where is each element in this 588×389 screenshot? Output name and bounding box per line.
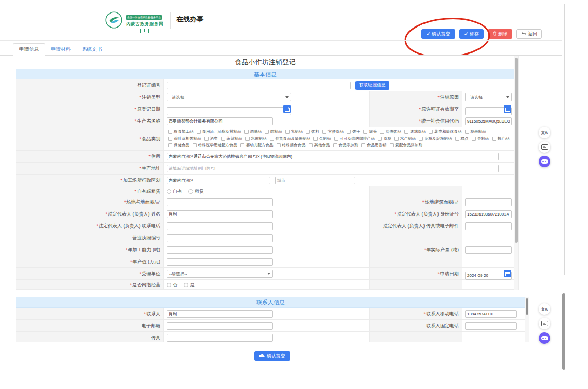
credit-code-input[interactable] (465, 117, 512, 125)
confirm-submit-button[interactable]: 确认提交 (421, 29, 455, 39)
checkbox-icon[interactable] (390, 143, 394, 147)
fetch-cert-button[interactable]: 获取证照信息 (355, 81, 389, 90)
page-scrollbar-track[interactable] (564, 4, 565, 275)
food-category-checkbox[interactable]: 饼干 (347, 129, 360, 135)
checkbox-icon[interactable] (197, 130, 201, 134)
food-category-checkbox[interactable]: 食品添加剂 (333, 143, 359, 148)
translate-icon[interactable]: 文A (539, 127, 550, 138)
delete-button[interactable]: 删除 (488, 29, 512, 39)
page-scrollbar-thumb[interactable] (562, 293, 565, 370)
legal-fax-input[interactable] (465, 222, 512, 230)
checkbox-icon[interactable] (472, 137, 476, 141)
checkbox-icon[interactable] (265, 130, 269, 134)
food-category-checkbox[interactable]: 食品用香精 (361, 143, 387, 148)
producer-name-input[interactable] (167, 117, 273, 125)
legal-phone-input[interactable] (167, 222, 273, 230)
contact-panel-scrollbar[interactable] (525, 297, 529, 342)
food-category-checkbox[interactable]: 水果制品 (245, 136, 267, 141)
rent-radio[interactable]: 租赁 (188, 188, 204, 195)
checkbox-icon[interactable] (322, 130, 326, 134)
food-category-checkbox[interactable]: 水产制品 (394, 136, 416, 141)
bottom-confirm-submit-button[interactable]: 确认提交 (254, 351, 290, 361)
checkbox-icon[interactable] (492, 137, 496, 141)
food-category-checkbox[interactable]: 糕点 (455, 136, 469, 141)
contact-landline-input[interactable] (465, 322, 517, 330)
radio-icon[interactable] (184, 283, 188, 287)
id-card-icon[interactable] (539, 141, 550, 153)
checkbox-icon[interactable] (394, 137, 399, 141)
checkbox-icon[interactable] (204, 137, 209, 141)
checkbox-icon[interactable] (333, 143, 337, 147)
tab-application-materials[interactable]: 申请材料 (45, 44, 76, 56)
checkbox-icon[interactable] (168, 130, 172, 134)
checkbox-icon[interactable] (245, 137, 250, 141)
region-city-input[interactable] (275, 177, 355, 184)
annual-output-input[interactable] (465, 246, 512, 254)
calendar-icon[interactable] (504, 105, 511, 113)
food-category-checkbox[interactable]: 酒类 (204, 136, 218, 141)
address-input[interactable] (167, 153, 499, 160)
food-category-checkbox[interactable]: 薯类和膨化食品 (429, 129, 462, 135)
checkbox-icon[interactable] (277, 143, 281, 147)
checkbox-icon[interactable] (285, 130, 290, 134)
contact-fax-input[interactable] (167, 334, 273, 342)
food-category-checkbox[interactable]: 速冻食品 (404, 129, 426, 135)
tab-system-documents[interactable]: 系统文书 (76, 44, 107, 56)
translate-icon[interactable]: 文A (539, 303, 550, 315)
food-category-checkbox[interactable]: 炒货食品及坚果制品 (270, 136, 311, 141)
orig-reg-date-input[interactable] (167, 107, 291, 115)
checkbox-icon[interactable] (240, 143, 244, 147)
checkbox-icon[interactable] (429, 130, 433, 134)
tab-application-info[interactable]: 申请信息 (13, 43, 45, 56)
basic-panel-scrollbar-thumb[interactable] (515, 58, 518, 243)
reg-no-input[interactable] (167, 82, 351, 89)
food-category-checkbox[interactable]: 食用油、油脂及其制品 (197, 129, 241, 135)
food-category-checkbox[interactable]: 饮料 (306, 129, 319, 135)
food-category-checkbox[interactable]: 罐头 (363, 129, 377, 135)
food-category-checkbox[interactable]: 粮食加工品 (168, 129, 194, 135)
business-license-input[interactable] (167, 234, 273, 242)
region-province-input[interactable] (167, 177, 270, 184)
contact-mobile-input[interactable] (465, 310, 517, 318)
chatbot-icon[interactable] (539, 156, 550, 167)
food-category-checkbox[interactable]: 蛋制品 (313, 136, 331, 141)
food-category-checkbox[interactable]: 冷冻饮品 (380, 129, 401, 135)
checkbox-icon[interactable] (419, 137, 423, 141)
checkbox-icon[interactable] (193, 143, 197, 147)
production-address-input[interactable] (167, 165, 499, 172)
back-button[interactable]: 返回 (516, 29, 542, 39)
food-category-checkbox[interactable]: 特殊膳食食品 (277, 143, 306, 148)
food-category-checkbox[interactable]: 蔬菜制品 (221, 136, 242, 141)
food-category-checkbox[interactable]: 茶叶及相关制品 (168, 136, 201, 141)
online-yes-radio[interactable]: 是 (184, 281, 195, 288)
chatbot-icon[interactable] (539, 332, 550, 344)
online-no-radio[interactable]: 否 (167, 281, 177, 288)
food-category-checkbox[interactable]: 特殊医学用途配方食品 (193, 143, 237, 148)
checkbox-icon[interactable] (455, 137, 459, 141)
radio-icon[interactable] (167, 189, 171, 194)
food-category-checkbox[interactable]: 乳制品 (285, 129, 303, 135)
contact-email-input[interactable] (167, 322, 273, 330)
checkbox-icon[interactable] (244, 130, 249, 134)
checkbox-icon[interactable] (168, 143, 172, 147)
checkbox-icon[interactable] (361, 143, 365, 147)
checkbox-icon[interactable] (404, 130, 408, 134)
legal-id-input[interactable] (465, 210, 512, 218)
save-draft-button[interactable]: 暂存 (459, 29, 484, 39)
food-category-checkbox[interactable]: 肉制品 (265, 129, 282, 135)
checkbox-icon[interactable] (380, 130, 384, 134)
annual-capacity-input[interactable] (167, 246, 273, 254)
food-category-checkbox[interactable]: 豆制品 (472, 136, 489, 141)
checkbox-icon[interactable] (313, 137, 318, 141)
food-category-checkbox[interactable]: 蜂产品 (492, 136, 510, 141)
checkbox-icon[interactable] (168, 137, 172, 141)
cancel-type-select[interactable]: --请选择-- (167, 93, 291, 101)
land-area-input[interactable] (167, 198, 273, 206)
food-category-checkbox[interactable]: 糖果制品 (465, 129, 486, 135)
checkbox-icon[interactable] (378, 137, 382, 141)
cancel-reason-select[interactable]: --请选择-- (465, 93, 512, 101)
radio-icon[interactable] (188, 189, 193, 194)
food-category-checkbox[interactable]: 可可及焙烤咖啡产品 (334, 136, 375, 141)
contact-panel-scrollbar-thumb[interactable] (526, 298, 528, 315)
food-category-checkbox[interactable]: 婴幼儿配方食品 (240, 143, 274, 148)
